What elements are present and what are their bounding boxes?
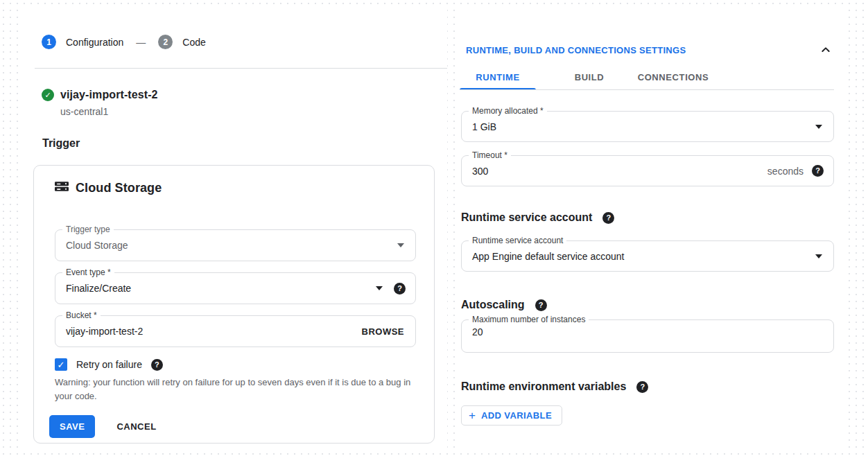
max-instances-field: Maximum number of instances <box>461 319 834 353</box>
timeout-help-icon[interactable]: ? <box>812 165 824 177</box>
max-instances-label: Maximum number of instances <box>469 314 589 325</box>
event-type-select[interactable]: Event type * Finalize/Create ? <box>55 272 416 304</box>
event-type-value: Finalize/Create <box>55 283 376 294</box>
save-button[interactable]: SAVE <box>49 415 95 438</box>
tab-connections[interactable]: CONNECTIONS <box>634 64 712 89</box>
settings-header-label[interactable]: RUNTIME, BUILD AND CONNECTIONS SETTINGS <box>466 45 686 55</box>
retry-label: Retry on failure <box>76 359 142 370</box>
memory-value: 1 GiB <box>462 121 815 132</box>
add-variable-label: ADD VARIABLE <box>481 410 552 421</box>
chevron-down-icon <box>397 243 404 247</box>
function-name: vijay-import-test-2 <box>60 89 158 101</box>
runtime-service-account-select[interactable]: Runtime service account App Engine defau… <box>461 240 834 272</box>
trigger-section-title: Trigger <box>42 137 80 150</box>
chevron-down-icon <box>815 125 822 129</box>
tabs-divider <box>460 89 834 90</box>
memory-label: Memory allocated * <box>469 105 547 116</box>
step-2-label[interactable]: Code <box>182 37 205 48</box>
trigger-card-title: Cloud Storage <box>76 181 162 195</box>
success-check-icon: ✓ <box>42 89 54 101</box>
bucket-label: Bucket * <box>62 310 101 321</box>
chevron-down-icon <box>815 254 822 258</box>
trigger-card: Cloud Storage Trigger type Cloud Storage… <box>33 165 435 444</box>
autoscaling-help-icon[interactable]: ? <box>535 299 547 311</box>
trigger-type-select[interactable]: Trigger type Cloud Storage <box>55 229 416 261</box>
memory-select[interactable]: Memory allocated * 1 GiB <box>461 111 834 142</box>
autoscaling-heading: Autoscaling <box>461 299 525 311</box>
cloud-storage-icon <box>55 179 69 196</box>
step-1-label[interactable]: Configuration <box>66 37 123 48</box>
runtime-service-account-heading: Runtime service account <box>461 211 592 224</box>
runtime-service-account-label: Runtime service account <box>469 235 566 246</box>
step-1-badge[interactable]: 1 <box>42 35 56 49</box>
env-variables-help-icon[interactable]: ? <box>636 381 648 393</box>
stepper: 1 Configuration — 2 Code <box>42 35 206 49</box>
event-type-help-icon[interactable]: ? <box>394 283 406 295</box>
configuration-panel: 1 Configuration — 2 Code ✓ vijay-import-… <box>23 7 447 450</box>
tab-build[interactable]: BUILD <box>565 64 614 89</box>
chevron-up-icon[interactable] <box>820 44 831 55</box>
retry-checkbox[interactable]: ✓ <box>55 358 67 371</box>
browse-button[interactable]: BROWSE <box>362 326 405 337</box>
event-type-label: Event type * <box>62 267 114 278</box>
trigger-type-label: Trigger type <box>62 224 114 235</box>
cancel-button[interactable]: CANCEL <box>112 415 160 438</box>
retry-warning-text: Warning: your function will retry on fai… <box>55 376 415 403</box>
divider <box>35 68 447 69</box>
chevron-down-icon <box>376 286 383 290</box>
step-2-badge[interactable]: 2 <box>158 35 173 49</box>
timeout-input[interactable] <box>462 166 767 177</box>
env-variables-heading: Runtime environment variables <box>461 380 626 393</box>
timeout-suffix: seconds <box>767 166 804 177</box>
function-region: us-central1 <box>60 106 108 117</box>
settings-expander[interactable]: RUNTIME, BUILD AND CONNECTIONS SETTINGS <box>466 44 831 55</box>
runtime-service-account-value: App Engine default service account <box>462 251 815 262</box>
runtime-service-account-help-icon[interactable]: ? <box>602 212 614 224</box>
timeout-field: Timeout * seconds ? <box>461 155 834 186</box>
tab-runtime[interactable]: RUNTIME <box>460 64 536 89</box>
settings-tabs: RUNTIME BUILD CONNECTIONS <box>460 64 712 89</box>
stepper-separator: — <box>136 37 146 48</box>
runtime-settings-panel: RUNTIME, BUILD AND CONNECTIONS SETTINGS … <box>455 8 849 448</box>
timeout-label: Timeout * <box>469 150 511 161</box>
bucket-field: Bucket * BROWSE <box>55 315 416 347</box>
retry-help-icon[interactable]: ? <box>151 359 163 371</box>
trigger-type-value: Cloud Storage <box>55 240 397 251</box>
plus-icon: + <box>469 410 476 421</box>
bucket-input[interactable] <box>55 326 362 337</box>
add-variable-button[interactable]: + ADD VARIABLE <box>461 405 562 426</box>
